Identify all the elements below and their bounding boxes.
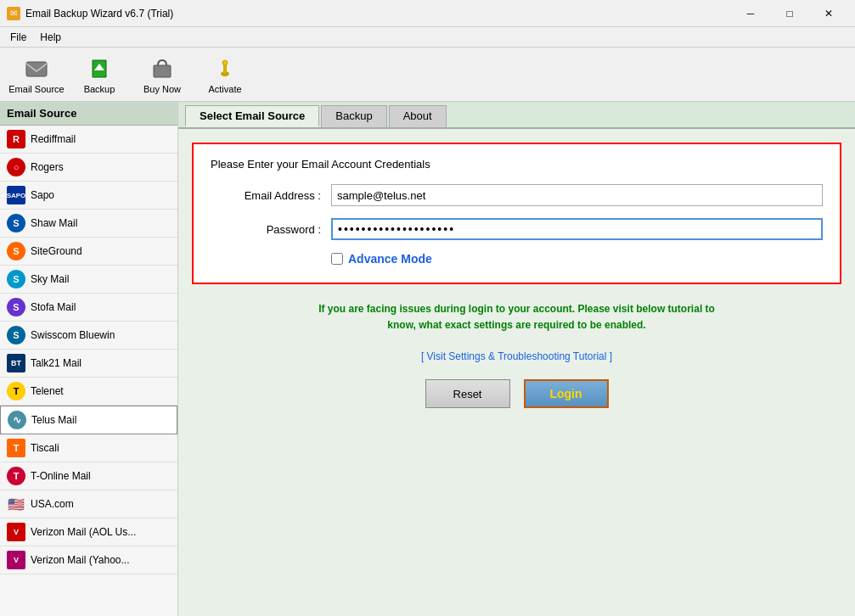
tab-about[interactable]: About — [389, 105, 447, 127]
password-row: Password : — [211, 218, 823, 240]
sidebar-list: R Rediffmail ○ Rogers SAPO Sapo S Shaw M… — [0, 126, 177, 616]
usa-label: USA.com — [31, 498, 74, 510]
close-button[interactable]: ✕ — [809, 0, 848, 27]
activate-button[interactable]: Activate — [195, 51, 255, 98]
telus-icon: ∿ — [8, 411, 26, 429]
siteground-label: SiteGround — [31, 245, 82, 257]
tab-bar: Select Email Source Backup About — [178, 102, 855, 129]
app-title: Email Backup Wizard v6.7 (Trial) — [25, 8, 173, 20]
sky-icon: S — [7, 270, 25, 288]
verizon-y-icon: V — [7, 551, 25, 569]
rogers-label: Rogers — [31, 161, 64, 173]
verizon-aol-icon: V — [7, 523, 25, 541]
swisscom-label: Swisscom Bluewin — [31, 329, 115, 341]
menu-bar: File Help — [0, 27, 855, 48]
email-source-label: Email Source — [8, 84, 64, 94]
svg-rect-0 — [26, 62, 47, 76]
telenet-label: Telenet — [31, 385, 64, 397]
email-source-button[interactable]: Email Source — [7, 51, 66, 98]
sidebar-item-rediffmail[interactable]: R Rediffmail — [0, 126, 177, 154]
tutorial-link[interactable]: [ Visit Settings & Troubleshooting Tutor… — [192, 350, 841, 362]
tiscali-icon: T — [7, 439, 25, 457]
sidebar-item-stofa[interactable]: S Stofa Mail — [0, 294, 177, 322]
email-label: Email Address : — [211, 189, 321, 202]
verizon-aol-label: Verizon Mail (AOL Us... — [31, 526, 136, 538]
sidebar-item-verizon-y[interactable]: V Verizon Mail (Yahoo... — [0, 546, 177, 574]
sidebar-item-usa[interactable]: 🇺🇸 USA.com — [0, 490, 177, 518]
maximize-button[interactable]: □ — [770, 0, 809, 27]
sidebar-item-sapo[interactable]: SAPO Sapo — [0, 182, 177, 210]
sapo-icon: SAPO — [7, 186, 25, 204]
sidebar-item-telus[interactable]: ∿ Telus Mail — [0, 406, 177, 434]
sidebar-item-rogers[interactable]: ○ Rogers — [0, 154, 177, 182]
sky-label: Sky Mail — [31, 273, 69, 285]
shaw-label: Shaw Mail — [31, 217, 77, 229]
window-controls: ─ □ ✕ — [731, 0, 848, 27]
buy-now-icon — [149, 55, 176, 82]
sidebar-item-siteground[interactable]: S SiteGround — [0, 238, 177, 266]
credentials-box: Please Enter your Email Account Credenti… — [192, 143, 841, 284]
rogers-icon: ○ — [7, 158, 25, 176]
sidebar-item-talk21[interactable]: BT Talk21 Mail — [0, 350, 177, 378]
sidebar: Email Source R Rediffmail ○ Rogers SAPO … — [0, 102, 178, 616]
email-row: Email Address : — [211, 184, 823, 206]
sidebar-item-tiscali[interactable]: T Tiscali — [0, 434, 177, 462]
telenet-icon: T — [7, 382, 25, 400]
main-layout: Email Source R Rediffmail ○ Rogers SAPO … — [0, 102, 855, 616]
advance-mode-checkbox[interactable] — [331, 253, 343, 265]
reset-button[interactable]: Reset — [425, 379, 510, 408]
sidebar-item-verizon-aol[interactable]: V Verizon Mail (AOL Us... — [0, 518, 177, 546]
minimize-button[interactable]: ─ — [731, 0, 770, 27]
activate-label: Activate — [208, 84, 241, 94]
rediffmail-label: Rediffmail — [31, 133, 76, 145]
toolbar: Email Source Backup Buy Now Activat — [0, 48, 855, 102]
usa-icon: 🇺🇸 — [7, 495, 25, 513]
tonline-icon: T — [7, 467, 25, 485]
tab-backup[interactable]: Backup — [321, 105, 386, 127]
buttons-row: Reset Login — [192, 379, 841, 408]
swisscom-icon: S — [7, 326, 25, 344]
svg-point-6 — [222, 60, 228, 65]
sidebar-header: Email Source — [0, 102, 177, 126]
sidebar-item-shaw[interactable]: S Shaw Mail — [0, 210, 177, 238]
talk21-label: Talk21 Mail — [31, 357, 82, 369]
svg-rect-3 — [154, 65, 171, 77]
stofa-label: Stofa Mail — [31, 301, 76, 313]
title-bar: ✉ Email Backup Wizard v6.7 (Trial) ─ □ ✕ — [0, 0, 855, 27]
email-input[interactable] — [331, 184, 823, 206]
sidebar-item-sky[interactable]: S Sky Mail — [0, 266, 177, 294]
tiscali-label: Tiscali — [31, 442, 59, 454]
email-source-icon — [23, 55, 50, 82]
content-area: Select Email Source Backup About Please … — [178, 102, 855, 616]
shaw-icon: S — [7, 214, 25, 232]
content-panel: Please Enter your Email Account Credenti… — [178, 129, 855, 616]
talk21-icon: BT — [7, 354, 25, 372]
password-input[interactable] — [331, 218, 823, 240]
buy-now-button[interactable]: Buy Now — [132, 51, 192, 98]
tonline-label: T-Online Mail — [31, 470, 91, 482]
buy-now-label: Buy Now — [143, 84, 181, 94]
password-label: Password : — [211, 223, 321, 236]
advance-mode-label[interactable]: Advance Mode — [348, 252, 432, 266]
credentials-title: Please Enter your Email Account Credenti… — [211, 158, 823, 171]
verizon-y-label: Verizon Mail (Yahoo... — [31, 554, 130, 566]
login-button[interactable]: Login — [524, 379, 609, 408]
tab-select-email-source[interactable]: Select Email Source — [185, 105, 319, 127]
rediffmail-icon: R — [7, 130, 25, 148]
info-text: If you are facing issues during login to… — [305, 301, 729, 333]
siteground-icon: S — [7, 242, 25, 260]
backup-button[interactable]: Backup — [70, 51, 129, 98]
menu-help[interactable]: Help — [33, 30, 68, 45]
app-icon: ✉ — [7, 7, 20, 20]
sidebar-item-tonline[interactable]: T T-Online Mail — [0, 462, 177, 490]
advance-mode-row: Advance Mode — [331, 252, 823, 266]
backup-icon — [86, 55, 113, 82]
stofa-icon: S — [7, 298, 25, 316]
sapo-label: Sapo — [31, 189, 54, 201]
menu-file[interactable]: File — [3, 30, 33, 45]
sidebar-item-swisscom[interactable]: S Swisscom Bluewin — [0, 322, 177, 350]
telus-label: Telus Mail — [31, 414, 76, 426]
activate-icon — [211, 55, 239, 82]
backup-label: Backup — [84, 84, 115, 94]
sidebar-item-telenet[interactable]: T Telenet — [0, 378, 177, 406]
